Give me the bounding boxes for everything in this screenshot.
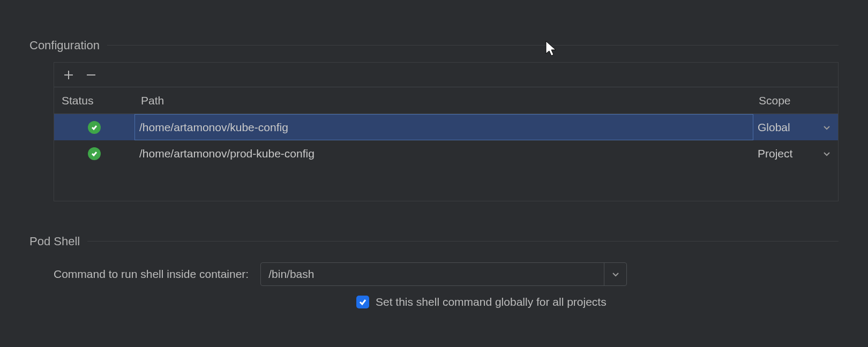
table-header: Status Path Scope [54, 87, 838, 114]
scope-cell[interactable]: Global [753, 114, 838, 140]
column-header-scope: Scope [753, 94, 838, 107]
chevron-down-icon [612, 270, 619, 278]
minus-icon [85, 69, 97, 81]
configuration-toolbar [54, 63, 838, 87]
configuration-legend: Configuration [29, 39, 107, 52]
configuration-table: Status Path Scope /home/artamonov/kube-c… [54, 62, 839, 201]
table-row[interactable]: /home/artamonov/kube-configGlobal [54, 114, 838, 140]
status-ok-icon [88, 147, 101, 160]
add-button[interactable] [61, 67, 77, 83]
chevron-down-icon [823, 124, 830, 131]
status-ok-icon [88, 121, 101, 134]
configuration-section: Configuration Status Path Scope /home/ar… [29, 39, 839, 201]
check-icon [358, 298, 367, 306]
global-shell-checkbox-label: Set this shell command globally for all … [376, 296, 607, 308]
column-header-path: Path [134, 94, 753, 107]
pod-shell-legend: Pod Shell [29, 235, 87, 248]
pod-shell-section: Pod Shell Command to run shell inside co… [29, 235, 839, 308]
command-dropdown-button[interactable] [604, 263, 626, 285]
column-header-status: Status [54, 94, 134, 107]
path-cell[interactable]: /home/artamonov/kube-config [134, 114, 753, 140]
chevron-down-icon [823, 150, 830, 157]
command-combobox[interactable]: /bin/bash [260, 262, 627, 286]
command-value: /bin/bash [261, 263, 604, 285]
command-label: Command to run shell inside container: [54, 268, 249, 281]
scope-cell[interactable]: Project [753, 140, 838, 167]
status-cell [54, 140, 134, 167]
remove-button[interactable] [83, 67, 99, 83]
table-row[interactable]: /home/artamonov/prod-kube-configProject [54, 140, 838, 167]
global-shell-checkbox[interactable] [356, 296, 369, 308]
plus-icon [63, 69, 74, 81]
status-cell [54, 114, 134, 140]
path-cell[interactable]: /home/artamonov/prod-kube-config [134, 140, 753, 167]
table-body: /home/artamonov/kube-configGlobal/home/a… [54, 114, 838, 167]
